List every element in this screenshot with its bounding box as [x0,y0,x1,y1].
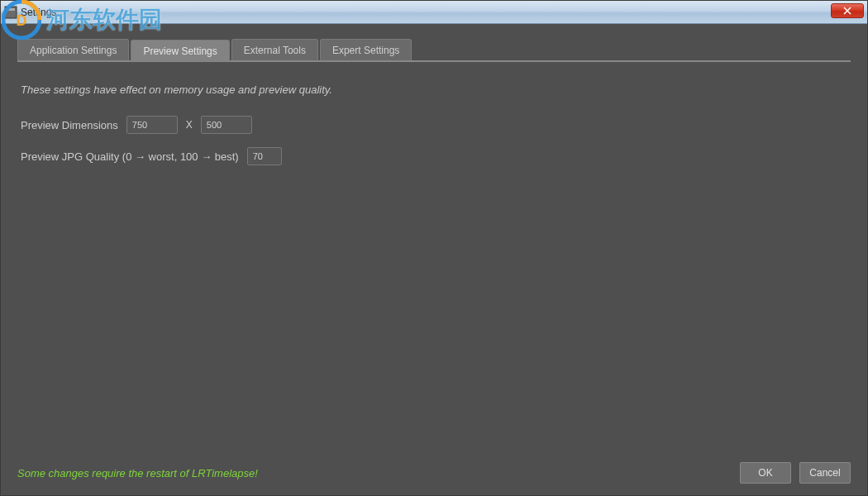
content-area: Application Settings Preview Settings Ex… [1,24,867,495]
ok-button[interactable]: OK [740,462,791,484]
tab-row: Application Settings Preview Settings Ex… [17,39,851,62]
footer: Some changes require the restart of LRTi… [17,462,851,484]
preview-settings-panel: These settings have effect on memory usa… [17,62,851,179]
dimensions-separator: X [186,119,193,131]
tab-expert-settings[interactable]: Expert Settings [320,39,412,60]
svg-rect-1 [7,8,15,11]
preview-quality-row: Preview JPG Quality (0 → worst, 100 → be… [21,147,847,165]
panel-description: These settings have effect on memory usa… [21,83,847,96]
close-icon [843,7,851,15]
preview-quality-input[interactable] [247,147,282,165]
tab-external-tools[interactable]: External Tools [231,39,318,60]
button-row: OK Cancel [740,462,851,484]
app-icon [4,6,17,19]
preview-dimensions-label: Preview Dimensions [21,119,118,131]
preview-height-input[interactable] [201,116,252,134]
tab-application-settings[interactable]: Application Settings [17,39,129,60]
cancel-button[interactable]: Cancel [799,462,851,484]
tab-preview-settings[interactable]: Preview Settings [131,40,229,61]
preview-width-input[interactable] [126,116,178,134]
titlebar[interactable]: Settings [1,1,867,24]
preview-quality-label: Preview JPG Quality (0 → worst, 100 → be… [21,150,239,163]
close-button[interactable] [831,3,864,18]
settings-window: Settings D 河东软件园 Application Settings Pr… [0,0,868,496]
preview-dimensions-row: Preview Dimensions X [21,116,847,134]
restart-note: Some changes require the restart of LRTi… [17,467,258,479]
window-title: Settings [21,7,56,18]
